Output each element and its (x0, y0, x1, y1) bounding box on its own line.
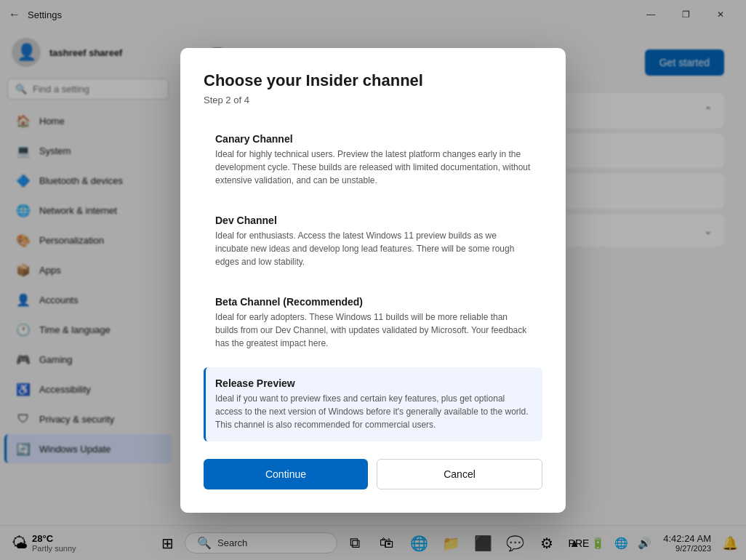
channel-desc-release: Ideal if you want to preview fixes and c… (215, 392, 531, 431)
modal-title: Choose your Insider channel (204, 71, 542, 90)
channel-name-canary: Canary Channel (215, 133, 531, 145)
channel-option-release[interactable]: Release Preview Ideal if you want to pre… (204, 367, 542, 441)
channel-option-canary[interactable]: Canary Channel Ideal for highly technica… (204, 123, 542, 197)
insider-channel-modal: Choose your Insider channel Step 2 of 4 … (180, 48, 566, 513)
channel-desc-dev: Ideal for enthusiasts. Access the latest… (215, 229, 531, 268)
continue-button[interactable]: Continue (204, 459, 368, 489)
cancel-button[interactable]: Cancel (377, 459, 542, 489)
channel-name-dev: Dev Channel (215, 215, 531, 226)
channel-name-beta: Beta Channel (Recommended) (215, 296, 531, 308)
modal-overlay: Choose your Insider channel Step 2 of 4 … (0, 0, 746, 560)
modal-step: Step 2 of 4 (204, 95, 542, 105)
channel-option-beta[interactable]: Beta Channel (Recommended) Ideal for ear… (204, 286, 542, 360)
settings-window: ← Settings — ❐ ✕ 👤 tashreef shareef 🔍 (0, 0, 746, 560)
channel-list: Canary Channel Ideal for highly technica… (204, 123, 542, 441)
channel-name-release: Release Preview (215, 377, 531, 389)
channel-desc-beta: Ideal for early adopters. These Windows … (215, 311, 531, 350)
modal-footer: Continue Cancel (204, 459, 542, 489)
channel-desc-canary: Ideal for highly technical users. Previe… (215, 148, 531, 187)
channel-option-dev[interactable]: Dev Channel Ideal for enthusiasts. Acces… (204, 204, 542, 279)
